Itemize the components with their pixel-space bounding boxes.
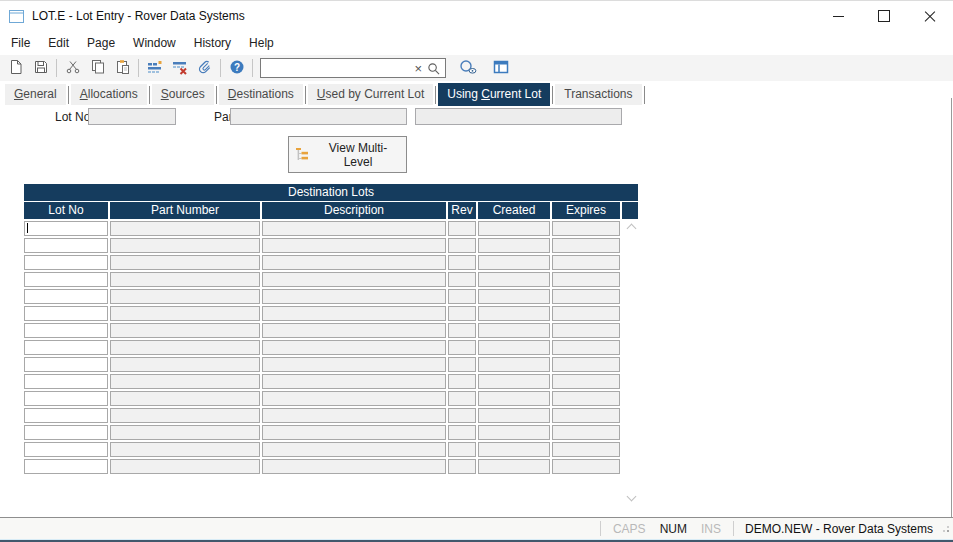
app-window-icon xyxy=(9,10,24,23)
column-header-rev[interactable]: Rev xyxy=(448,202,476,219)
clear-search-icon[interactable]: × xyxy=(414,62,422,75)
toolbar: ? × xyxy=(0,55,953,81)
grid-cell xyxy=(478,272,550,287)
grid-cell xyxy=(552,323,620,338)
grid-cell[interactable] xyxy=(24,408,108,423)
grid-cell xyxy=(262,323,446,338)
grid-cell xyxy=(552,238,620,253)
column-header-created[interactable]: Created xyxy=(478,202,550,219)
grid-cell[interactable] xyxy=(24,323,108,338)
insert-row-button[interactable] xyxy=(142,57,167,79)
grid-cell xyxy=(110,221,260,236)
scroll-down-icon[interactable] xyxy=(627,492,637,502)
resize-grip[interactable] xyxy=(941,524,950,533)
grid-cell[interactable] xyxy=(24,289,108,304)
grid-cell xyxy=(262,442,446,457)
menu-item-history[interactable]: History xyxy=(185,33,240,53)
grid-cell[interactable] xyxy=(24,238,108,253)
tab-used-by-current-lot[interactable]: Used by Current Lot xyxy=(308,84,433,105)
grid-cell xyxy=(552,255,620,270)
status-message: DEMO.NEW - Rover Data Systems xyxy=(745,522,933,536)
tab-general[interactable]: General xyxy=(5,84,66,105)
svg-text:?: ? xyxy=(233,61,239,72)
toolbar-separator xyxy=(220,59,221,77)
menu-item-file[interactable]: File xyxy=(2,33,39,53)
grid-cell[interactable] xyxy=(24,357,108,372)
tab-transactions[interactable]: Transactions xyxy=(555,84,641,105)
grid-cell[interactable] xyxy=(24,306,108,321)
cut-button[interactable] xyxy=(60,57,85,79)
grid-cell[interactable] xyxy=(24,459,108,474)
indicator-ins: INS xyxy=(701,522,721,536)
title-bar: LOT.E - Lot Entry - Rover Data Systems xyxy=(0,1,953,31)
grid-cell[interactable] xyxy=(24,272,108,287)
grid-cell xyxy=(448,442,476,457)
tab-destinations[interactable]: Destinations xyxy=(219,84,303,105)
grid-cell xyxy=(262,238,446,253)
column-header-description[interactable]: Description xyxy=(262,202,446,219)
toolbar-separator xyxy=(56,59,57,77)
column-header-part-number[interactable]: Part Number xyxy=(110,202,260,219)
menu-bar: FileEditPageWindowHistoryHelp xyxy=(0,31,953,55)
indicator-num: NUM xyxy=(660,522,687,536)
window-title: LOT.E - Lot Entry - Rover Data Systems xyxy=(32,9,245,23)
delete-row-button[interactable] xyxy=(167,57,192,79)
app-window: LOT.E - Lot Entry - Rover Data Systems F… xyxy=(0,0,953,542)
keyboard-indicators: CAPSNUMINS xyxy=(606,522,728,536)
grid-cell xyxy=(552,357,620,372)
tab-separator xyxy=(305,86,306,104)
grid-cell[interactable] xyxy=(24,255,108,270)
insert-row-icon xyxy=(147,59,163,78)
menu-item-help[interactable]: Help xyxy=(240,33,283,53)
paste-button[interactable] xyxy=(110,57,135,79)
search-input[interactable] xyxy=(266,60,412,76)
attachment-button[interactable] xyxy=(192,57,217,79)
column-header-lot-no[interactable]: Lot No xyxy=(24,202,108,219)
menu-item-edit[interactable]: Edit xyxy=(39,33,78,53)
tab-using-current-lot[interactable]: Using Current Lot xyxy=(438,83,550,106)
tab-sources[interactable]: Sources xyxy=(152,84,214,105)
grid-cell xyxy=(552,306,620,321)
window-right-border xyxy=(951,98,952,517)
grid-vertical-scrollbar[interactable] xyxy=(625,221,638,504)
scroll-up-icon[interactable] xyxy=(627,224,637,234)
copy-button[interactable] xyxy=(85,57,110,79)
status-separator xyxy=(733,521,734,536)
layout-button[interactable] xyxy=(488,57,513,79)
grid-cell[interactable] xyxy=(24,374,108,389)
grid-cell[interactable] xyxy=(24,391,108,406)
menu-item-page[interactable]: Page xyxy=(78,33,124,53)
view-multi-level-label: View Multi-Level xyxy=(316,141,400,169)
column-header-expires[interactable]: Expires xyxy=(552,202,620,219)
tab-allocations[interactable]: Allocations xyxy=(71,84,147,105)
grid-cell[interactable] xyxy=(24,425,108,440)
grid-cell xyxy=(552,459,620,474)
paste-icon xyxy=(115,59,131,78)
part-field xyxy=(230,108,407,125)
grid-cell xyxy=(110,459,260,474)
minimize-button[interactable] xyxy=(815,1,861,31)
grid-cell xyxy=(478,408,550,423)
view-record-button[interactable] xyxy=(455,57,480,79)
new-document-button[interactable] xyxy=(3,57,28,79)
grid-cell xyxy=(552,374,620,389)
grid-cell xyxy=(478,357,550,372)
menu-item-window[interactable]: Window xyxy=(124,33,185,53)
delete-row-icon xyxy=(172,59,188,78)
part-description-field xyxy=(415,108,622,125)
grid-cell xyxy=(110,238,260,253)
help-button[interactable]: ? xyxy=(224,57,249,79)
maximize-button[interactable] xyxy=(861,1,907,31)
grid-cell xyxy=(110,340,260,355)
grid-cell xyxy=(448,221,476,236)
search-icon[interactable] xyxy=(427,62,440,75)
view-multi-level-button[interactable]: View Multi-Level xyxy=(288,136,407,173)
grid-cell xyxy=(552,442,620,457)
grid-cell xyxy=(448,289,476,304)
save-button[interactable] xyxy=(28,57,53,79)
grid-cell[interactable] xyxy=(24,442,108,457)
grid-cell[interactable] xyxy=(24,221,108,236)
close-button[interactable] xyxy=(907,1,953,31)
grid-cell xyxy=(262,391,446,406)
grid-cell[interactable] xyxy=(24,340,108,355)
